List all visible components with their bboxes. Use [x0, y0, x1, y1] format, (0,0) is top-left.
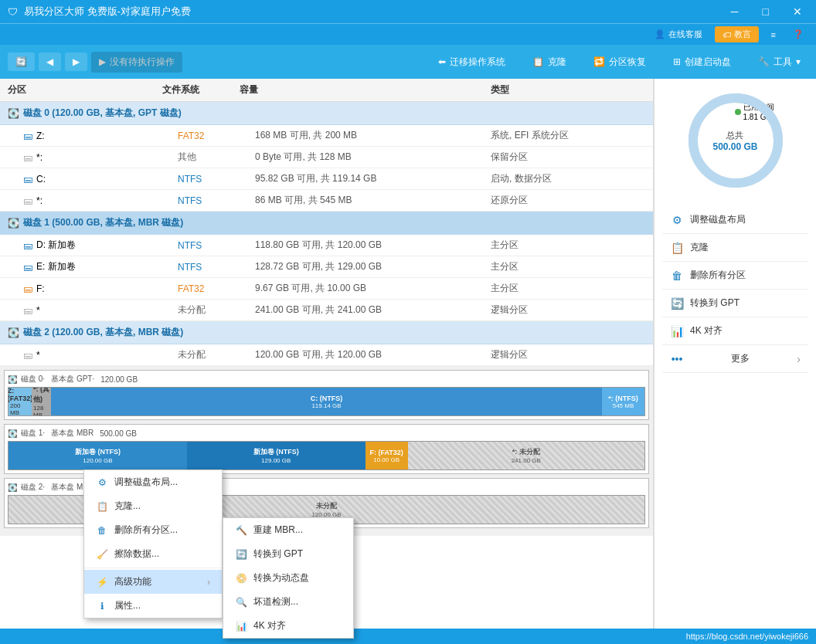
disk2-header[interactable]: 💽 磁盘 2 (120.00 GB, 基本盘, MBR 磁盘): [0, 321, 653, 344]
seg-f-1[interactable]: F: (FAT32) 10.00 GB: [366, 442, 408, 469]
refresh-btn[interactable]: 🔄: [8, 53, 35, 71]
action-clone[interactable]: 📋 克隆: [662, 234, 808, 262]
disk1-bar-track: 新加卷 (NTFS) 120.00 GB 新加卷 (NTFS) 129.00 G…: [8, 441, 645, 470]
pending-btn[interactable]: ▶ 没有待执行操作: [91, 52, 182, 73]
table-header: 分区 文件系统 容量 类型: [0, 79, 653, 102]
ctx-delete[interactable]: 🗑 删除所有分区...: [84, 518, 222, 542]
partition-f[interactable]: 🖴 F: FAT32 9.67 GB 可用, 共 10.00 GB 主分区: [0, 278, 653, 300]
ctx-clone-icon: 📋: [96, 500, 108, 513]
forward-btn[interactable]: ▶: [65, 53, 87, 71]
disk0-header[interactable]: 💽 磁盘 0 (120.00 GB, 基本盘, GPT 磁盘): [0, 102, 653, 125]
seg-e-1[interactable]: 新加卷 (NTFS) 129.00 GB: [187, 442, 366, 469]
sub-badcheck[interactable]: 🔍 坏道检测...: [223, 590, 353, 614]
coupon-btn[interactable]: 🏷 教言: [715, 26, 759, 42]
play-icon: ▶: [99, 56, 106, 67]
partition-d-icon: 🖴: [23, 240, 32, 251]
delete-icon: 🗑: [670, 269, 684, 282]
sub-align4k[interactable]: 📊 4K 对齐: [223, 614, 353, 638]
createboot-btn[interactable]: ⊞ 创建启动盘: [665, 52, 739, 73]
partition-d[interactable]: 🖴 D: 新加卷 NTFS 118.80 GB 可用, 共 120.00 GB …: [0, 235, 653, 256]
close-btn[interactable]: ✕: [787, 4, 808, 19]
circle-container: 总共 500.00 GB: [685, 90, 786, 191]
convert-icon: 🔄: [670, 297, 684, 310]
partition-unalloc2[interactable]: 🖴 * 未分配 120.00 GB 可用, 共 120.00 GB 逻辑分区: [0, 344, 653, 366]
seg-sys-0[interactable]: C: (NTFS) 119.14 GB: [51, 388, 602, 415]
total-size: 500.00 GB: [712, 141, 757, 152]
sub-rebuild-label: 重建 MBR...: [253, 524, 303, 537]
ctx-advanced[interactable]: ⚡ 高级功能 ›: [84, 570, 222, 594]
partition-res0[interactable]: 🖴 *: 其他 0 Byte 可用, 共 128 MB 保留分区: [0, 147, 653, 168]
status-bar: https://blog.csdn.net/yiwokeji666: [0, 629, 816, 644]
ctx-clone-label: 克隆...: [114, 500, 141, 513]
action-adjust[interactable]: ⚙ 调整磁盘布局: [662, 206, 808, 234]
sub-dynamic[interactable]: 📀 转换为动态盘: [223, 566, 353, 590]
partition-c-cap: 95.82 GB 可用, 共 119.14 GB: [255, 172, 491, 185]
partition-rcv[interactable]: 🖴 *: NTFS 86 MB 可用, 共 545 MB 还原分区: [0, 190, 653, 212]
partition-f-fs: FAT32: [178, 283, 255, 294]
recovery-btn[interactable]: 🔁 分区恢复: [586, 52, 654, 73]
partition-e-icon: 🖴: [23, 262, 32, 273]
menu-icon-btn[interactable]: ≡: [767, 29, 780, 41]
disk1-bar: 💽 磁盘 1· 基本盘 MBR 500.00 GB 新加卷 (NTFS) 120…: [4, 424, 649, 474]
sub-togpt-icon: 🔄: [235, 548, 247, 561]
ctx-adjust[interactable]: ⚙ 调整磁盘布局...: [84, 470, 222, 494]
disk1-bar-size: 500.00 GB: [100, 429, 137, 438]
disk1-label: 磁盘 1 (500.00 GB, 基本盘, MBR 磁盘): [23, 216, 183, 229]
toolbar: 🔄 ◀ ▶ ▶ 没有待执行操作 ⬅ 迁移操作系统 📋 克隆 🔁 分区恢复 ⊞ 创…: [0, 45, 816, 79]
action-more[interactable]: ••• 更多 ›: [662, 345, 808, 373]
partition-z-fs: FAT32: [178, 130, 255, 141]
tools-btn[interactable]: 🔧 工具 ▾: [750, 52, 808, 73]
more-icon: •••: [670, 353, 684, 365]
partition-e-type: 主分区: [491, 260, 645, 273]
disk2-bar-icon: 💽: [8, 483, 17, 492]
tools-arrow: ▾: [796, 56, 801, 67]
disk0-icon: 💽: [8, 108, 19, 119]
disk0-bar-sublabel: 基本盘 GPT·: [51, 374, 94, 385]
partition-z[interactable]: 🖴 Z: FAT32 168 MB 可用, 共 200 MB 系统, EFI 系…: [0, 125, 653, 147]
partition-unalloc1[interactable]: 🖴 * 未分配 241.00 GB 可用, 共 241.00 GB 逻辑分区: [0, 300, 653, 321]
ctx-advanced-arrow: ›: [207, 577, 210, 588]
action-align4k[interactable]: 📊 4K 对齐: [662, 317, 808, 345]
disk0-bar: 💽 磁盘 0· 基本盘 GPT· 120.00 GB Z: (FAT32) 20…: [4, 370, 649, 420]
clone-icon: 📋: [532, 56, 544, 67]
help-icon-btn[interactable]: ❓: [788, 28, 808, 41]
ctx-wipe[interactable]: 🧹 擦除数据...: [84, 542, 222, 566]
seg-res-0[interactable]: *: (其他) 128 MB: [32, 388, 51, 415]
seg-rcv-0[interactable]: *: (NTFS) 545 MB: [602, 388, 644, 415]
online-service-btn[interactable]: 👤 在线客服: [650, 27, 707, 42]
partition-z-name: 🖴 Z:: [23, 130, 178, 141]
partition-unalloc1-name: 🖴 *: [23, 305, 178, 316]
disk0-bar-track: Z: (FAT32) 200 MB *: (其他) 128 MB C: (NTF…: [8, 387, 645, 416]
partition-res0-type: 保留分区: [491, 151, 645, 164]
partition-e[interactable]: 🖴 E: 新加卷 NTFS 128.72 GB 可用, 共 129.00 GB …: [0, 256, 653, 278]
partition-c[interactable]: 🖴 C: NTFS 95.82 GB 可用, 共 119.14 GB 启动, 数…: [0, 168, 653, 190]
disk1-header[interactable]: 💽 磁盘 1 (500.00 GB, 基本盘, MBR 磁盘): [0, 212, 653, 235]
minimize-btn[interactable]: ─: [725, 4, 745, 19]
sub-align4k-label: 4K 对齐: [253, 619, 286, 632]
back-btn[interactable]: ◀: [39, 53, 61, 71]
seg-d-1[interactable]: 新加卷 (NTFS) 120.00 GB: [8, 442, 187, 469]
migrate-btn[interactable]: ⬅ 迁移操作系统: [430, 52, 513, 73]
disk0-bar-size: 120.00 GB: [100, 375, 138, 384]
ctx-clone[interactable]: 📋 克隆...: [84, 494, 222, 518]
partition-unalloc2-name: 🖴 *: [23, 350, 178, 361]
maximize-btn[interactable]: □: [756, 4, 775, 19]
seg-efi-0[interactable]: Z: (FAT32) 200 MB: [8, 388, 32, 415]
action-convert[interactable]: 🔄 转换到 GPT: [662, 290, 808, 317]
clone-icon-right: 📋: [670, 242, 684, 254]
disk1-bar-header: 💽 磁盘 1· 基本盘 MBR 500.00 GB: [8, 428, 645, 439]
action-delete[interactable]: 🗑 删除所有分区: [662, 262, 808, 290]
partition-c-type: 启动, 数据分区: [491, 172, 645, 185]
seg-unalloc-1[interactable]: *: 未分配 241.00 GB: [408, 442, 644, 469]
disk0-bar-label: 磁盘 0·: [21, 374, 45, 385]
partition-res0-name: 🖴 *:: [23, 152, 178, 163]
title-bar: 🛡 易我分区大师 免费版-对家庭用户免费 ─ □ ✕: [0, 0, 816, 23]
partition-c-icon: 🖴: [23, 174, 32, 185]
sub-rebuild[interactable]: 🔨 重建 MBR...: [223, 518, 353, 542]
clone-btn[interactable]: 📋 克隆: [525, 52, 574, 73]
partition-z-icon: 🖴: [23, 130, 32, 141]
ctx-props[interactable]: ℹ 属性...: [84, 594, 222, 618]
partition-unalloc2-fs: 未分配: [178, 348, 255, 361]
sub-togpt[interactable]: 🔄 转换到 GPT: [223, 542, 353, 566]
disk1-bar-label: 磁盘 1·: [21, 428, 45, 439]
